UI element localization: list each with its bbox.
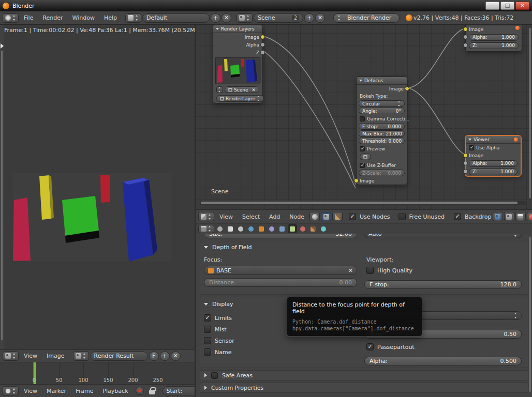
menu-window[interactable]: Window bbox=[68, 14, 99, 21]
menu-image[interactable]: Image bbox=[42, 353, 68, 359]
snap-button[interactable] bbox=[527, 212, 532, 221]
tab-scene-icon[interactable] bbox=[236, 224, 245, 233]
checkbox[interactable] bbox=[366, 343, 374, 350]
checkbox[interactable] bbox=[360, 163, 365, 168]
tab-physics-icon[interactable] bbox=[319, 224, 328, 233]
unlink-image-button[interactable]: ✕ bbox=[171, 352, 181, 361]
use-zbuffer-toggle[interactable]: Use Z-Buffer bbox=[357, 161, 407, 169]
region-expand-icon[interactable] bbox=[1, 43, 4, 49]
checkbox[interactable] bbox=[360, 146, 365, 151]
scene-browse-button[interactable] bbox=[216, 86, 223, 93]
minimize-button[interactable]: – bbox=[485, 2, 499, 10]
fake-user-button[interactable]: F bbox=[149, 352, 159, 361]
close-button[interactable]: ✕ bbox=[515, 2, 529, 10]
dof-distance-slider[interactable]: Distance:0.00 bbox=[204, 278, 357, 287]
clear-object-icon[interactable]: ✕ bbox=[348, 267, 353, 274]
menu-node[interactable]: Node bbox=[285, 213, 308, 220]
checkbox[interactable] bbox=[366, 267, 374, 274]
node-header[interactable]: Defocus bbox=[357, 77, 407, 85]
menu-playback[interactable]: Playback bbox=[98, 388, 132, 394]
checkbox[interactable] bbox=[454, 213, 461, 220]
start-frame-field[interactable]: Start: bbox=[162, 386, 195, 395]
node-editor-region[interactable]: Render Layers Image Alpha Z Scene✕ Rende… bbox=[195, 25, 532, 209]
angle-slider[interactable]: Angle:0° bbox=[359, 108, 405, 114]
menu-view[interactable]: View bbox=[215, 213, 237, 220]
record-button[interactable] bbox=[136, 387, 144, 395]
scene-field[interactable]: Scene✕ bbox=[225, 86, 259, 93]
display-panel-header[interactable]: Display bbox=[204, 299, 233, 309]
add-scene-button[interactable]: + bbox=[304, 13, 314, 23]
menu-help[interactable]: Help bbox=[100, 14, 121, 21]
scene-picker-button[interactable] bbox=[360, 154, 371, 160]
lock-icon[interactable] bbox=[149, 390, 155, 394]
vertical-scrollbar[interactable] bbox=[529, 28, 531, 198]
screen-layout-field[interactable]: Default bbox=[142, 13, 210, 23]
collapse-icon[interactable] bbox=[216, 28, 219, 30]
menu-view[interactable]: View bbox=[20, 353, 41, 359]
alpha-input-socket[interactable] bbox=[463, 161, 468, 165]
focus-object-field[interactable]: BASE✕ bbox=[204, 266, 357, 275]
use-nodes-toggle[interactable]: Use Nodes bbox=[349, 213, 390, 220]
menu-frame[interactable]: Frame bbox=[71, 388, 97, 394]
collapse-icon[interactable] bbox=[359, 80, 362, 82]
image-input-socket[interactable] bbox=[463, 27, 468, 32]
tab-object-data-icon[interactable] bbox=[288, 224, 297, 233]
image-editor-region[interactable]: Frame:1 | Time:00:02.02 | Ve:48 Fa:36 La… bbox=[0, 25, 195, 349]
fstop-slider[interactable]: F-stop:0.000 bbox=[359, 123, 405, 130]
z-slider[interactable]: Z:1.000 bbox=[469, 42, 519, 49]
menu-file[interactable]: File bbox=[20, 14, 37, 21]
alpha-output-socket[interactable] bbox=[260, 42, 265, 47]
passepartout-alpha-slider[interactable]: Alpha:0.500 bbox=[364, 357, 522, 365]
gamma-correction-toggle[interactable]: Gamma Correcti... bbox=[357, 115, 407, 123]
screen-layout-browse-button[interactable] bbox=[125, 13, 141, 23]
editor-type-selector-properties[interactable] bbox=[198, 225, 214, 233]
panel-expand-icon[interactable] bbox=[204, 386, 207, 390]
menu-render[interactable]: Render bbox=[38, 14, 67, 21]
maximize-button[interactable]: □ bbox=[500, 2, 514, 10]
image-datablock-field[interactable]: Render Result bbox=[90, 352, 148, 361]
properties-scrollbar[interactable] bbox=[529, 237, 531, 392]
panel-collapse-icon[interactable] bbox=[204, 303, 208, 306]
z-input-socket[interactable] bbox=[463, 169, 468, 174]
z-slider[interactable]: Z:1.000 bbox=[469, 169, 518, 175]
checkbox[interactable] bbox=[204, 326, 211, 333]
checkbox[interactable] bbox=[204, 337, 211, 344]
timeline-region[interactable]: 0 50 100 150 200 250 bbox=[0, 362, 195, 384]
high-quality-toggle[interactable]: High Quality bbox=[366, 267, 412, 274]
unlink-icon[interactable]: ✕ bbox=[252, 87, 256, 93]
image-output-socket[interactable] bbox=[405, 86, 409, 91]
delete-screen-button[interactable]: ✕ bbox=[221, 13, 231, 23]
viewer-node[interactable]: Viewer Use Alpha Image Alpha:1.000 Z:1.0… bbox=[465, 135, 521, 176]
compositing-nodes-tab[interactable] bbox=[321, 212, 331, 221]
tab-modifiers-icon[interactable] bbox=[277, 224, 287, 233]
bokeh-type-select[interactable]: Circular bbox=[359, 100, 405, 107]
preview-toggle[interactable]: Preview bbox=[357, 145, 407, 152]
image-input-socket[interactable] bbox=[354, 178, 359, 183]
add-screen-button[interactable]: + bbox=[211, 13, 220, 23]
checkbox[interactable] bbox=[349, 213, 356, 220]
delete-scene-button[interactable]: ✕ bbox=[315, 13, 325, 23]
free-unused-toggle[interactable]: Free Unused bbox=[398, 213, 445, 220]
menu-marker[interactable]: Marker bbox=[42, 388, 70, 394]
scene-field[interactable]: Scene2 bbox=[254, 13, 303, 23]
tab-object-icon[interactable] bbox=[257, 224, 266, 233]
image-editor-scrollbar[interactable] bbox=[0, 25, 4, 349]
window-titlebar[interactable]: Blender – □ ✕ bbox=[0, 0, 532, 11]
sensor-fit-select[interactable]: Auto bbox=[364, 234, 522, 238]
new-image-button[interactable]: + bbox=[160, 352, 170, 361]
mist-toggle[interactable]: Mist bbox=[204, 326, 227, 333]
viewport-fstop-slider[interactable]: F-stop:128.0 bbox=[364, 280, 522, 289]
menu-select[interactable]: Select bbox=[238, 213, 264, 220]
backdrop-channels-alpha-button[interactable] bbox=[504, 212, 514, 221]
z-input-socket[interactable] bbox=[463, 43, 468, 48]
image-input-socket[interactable] bbox=[463, 153, 468, 158]
node-header[interactable]: Viewer bbox=[466, 136, 521, 144]
horizontal-scrollbar[interactable] bbox=[200, 201, 526, 205]
alpha-slider[interactable]: Alpha:1.000 bbox=[469, 34, 519, 41]
tab-texture-icon[interactable] bbox=[308, 224, 318, 233]
editor-type-selector-info[interactable] bbox=[3, 13, 19, 23]
custom-properties-panel-header[interactable]: Custom Properties bbox=[200, 383, 528, 393]
shader-nodes-tab[interactable] bbox=[309, 212, 320, 221]
use-alpha-toggle[interactable]: Use Alpha bbox=[466, 144, 521, 151]
image-browse-button[interactable] bbox=[73, 352, 89, 361]
